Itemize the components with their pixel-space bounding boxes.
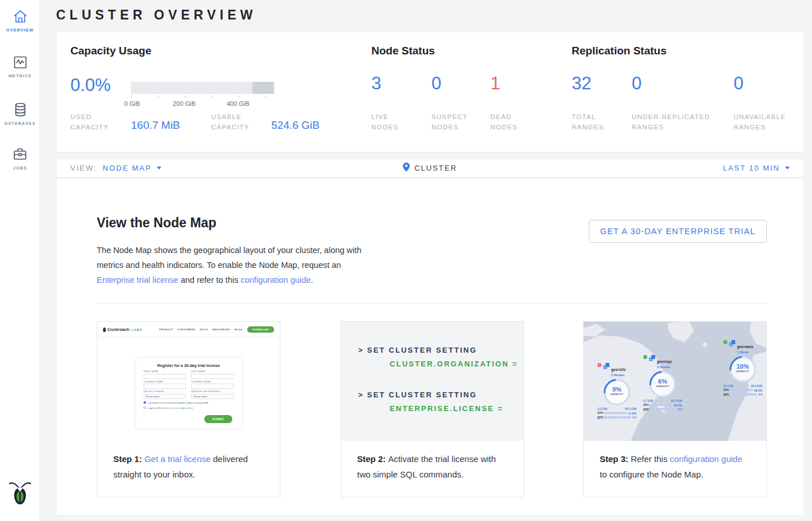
breadcrumb-cluster: CLUSTER xyxy=(414,164,457,172)
under-replicated-ranges-value: 0 xyxy=(632,73,641,94)
map-node-sfo: ! geo=sfo 2 Nodes 9% CAPACITY 3.2 GiB35.… xyxy=(597,363,636,419)
view-bar: VIEW: NODE MAP CLUSTER LAST 10 MIN xyxy=(56,159,804,177)
nav-resources: RESOURCES xyxy=(212,328,230,331)
step1-caption: Step 1: Get a trial license delivered st… xyxy=(97,441,280,482)
view-selector[interactable]: NODE MAP xyxy=(103,164,161,172)
step2-caption: Step 2: Activate the trial license with … xyxy=(341,441,524,482)
form-field: LAST NAME xyxy=(191,370,234,379)
node-cube-icon xyxy=(649,355,655,361)
location-pin-icon xyxy=(403,163,410,173)
capacity-tick-200: 200 GiB xyxy=(173,100,196,107)
sql-arg-enterprise-license: ENTERPRISE.LICENSE = xyxy=(390,404,503,413)
node-count: 2 Nodes xyxy=(657,365,672,369)
form-field: PROJECT PHASEPlease Select xyxy=(144,390,187,399)
live-nodes-value: 3 xyxy=(371,73,381,94)
sql-commands-block: > SET CLUSTER SETTING CLUSTER.ORGANIZATI… xyxy=(341,322,524,441)
sql-arg-cluster-organization: CLUSTER.ORGANIZATION = xyxy=(390,360,518,368)
home-icon xyxy=(0,9,40,24)
chevron-down-icon xyxy=(785,167,790,169)
description-line2: metrics and health indicators. To enable… xyxy=(97,258,366,273)
sidebar-item-label: DATABASES xyxy=(0,121,40,126)
under-replicated-ranges-label: UNDER-REPLICATED RANGES xyxy=(632,112,726,132)
sql-command: SET CLUSTER SETTING xyxy=(367,346,477,354)
form-field: FIRST NAME xyxy=(144,370,187,379)
node-status-title: Node Status xyxy=(371,45,435,57)
form-title: Register for a 30-day trial license xyxy=(136,364,241,368)
step3-text-pre: Refer this xyxy=(631,454,670,464)
node-cube-icon xyxy=(603,363,609,369)
locality-name: geo=ams xyxy=(737,345,753,349)
configuration-guide-link[interactable]: configuration guide xyxy=(670,454,743,464)
locality-name: geo=nyc xyxy=(657,360,672,364)
metrics-icon xyxy=(0,55,40,70)
replication-status-title: Replication Status xyxy=(572,45,667,57)
sidebar-item-label: METRICS xyxy=(0,73,40,78)
sidebar: OVERVIEW METRICS DATABASES xyxy=(0,0,40,521)
step1-card: Cockroach LABS PRODUCT CUSTOMERS DOCS RE… xyxy=(97,321,280,498)
registration-site-thumbnail: Cockroach LABS PRODUCT CUSTOMERS DOCS RE… xyxy=(97,322,280,441)
step3-caption: Step 3: Refer this configuration guide t… xyxy=(584,441,766,482)
step3-text: to configure the Node Map. xyxy=(600,469,703,479)
sql-prompt: > xyxy=(358,390,364,399)
enterprise-trial-license-link[interactable]: Enterprise trial license xyxy=(97,275,179,285)
trial-registration-form: Register for a 30-day trial license FIRS… xyxy=(136,358,241,428)
chevron-down-icon xyxy=(157,167,161,169)
description-line1: The Node Map shows the geographical layo… xyxy=(97,243,366,258)
total-ranges-label: TOTAL RANGES xyxy=(572,112,617,132)
usable-capacity-label: USABLE CAPACITY xyxy=(211,112,263,132)
cockroachdb-logo xyxy=(0,480,40,508)
live-status-icon: ✓ xyxy=(723,340,727,344)
unavailable-ranges-value: 0 xyxy=(734,73,743,94)
capacity-gauge: 6% CAPACITY xyxy=(649,371,676,397)
sql-prompt: > xyxy=(358,346,364,354)
capacity-bar xyxy=(131,82,274,94)
capacity-bar-reserved-segment xyxy=(252,82,274,94)
capacity-gauge: 9% CAPACITY xyxy=(604,379,630,405)
node-map-thumbnail: ! geo=sfo 2 Nodes 9% CAPACITY 3.2 GiB35.… xyxy=(584,322,766,441)
software-license-link: Software License Agreement. xyxy=(163,406,194,409)
step2-card: > SET CLUSTER SETTING CLUSTER.ORGANIZATI… xyxy=(340,321,524,498)
sidebar-item-overview[interactable]: OVERVIEW xyxy=(0,9,40,33)
step3-card: ! geo=sfo 2 Nodes 9% CAPACITY 3.2 GiB35.… xyxy=(583,321,767,498)
get-trial-license-link[interactable]: Get a trial license xyxy=(144,454,211,464)
form-field: COMPANY EMAIL xyxy=(191,381,234,389)
sidebar-item-databases[interactable]: DATABASES xyxy=(0,102,40,126)
capacity-tick-0: 0 GiB xyxy=(124,100,140,107)
unavailable-ranges-label: UNAVAILABLE RANGES xyxy=(734,112,797,132)
suspect-nodes-value: 0 xyxy=(431,73,441,94)
logo-suffix: LABS xyxy=(132,328,142,331)
mini-site-header: Cockroach LABS PRODUCT CUSTOMERS DOCS RE… xyxy=(97,322,280,337)
step3-label: Step 3: xyxy=(600,454,631,464)
sidebar-item-label: OVERVIEW xyxy=(0,27,40,33)
panel-heading: View the Node Map xyxy=(97,215,216,231)
databases-icon xyxy=(0,102,40,117)
node-count: 1 Node xyxy=(737,350,753,354)
email-updates-checkbox-row: I would like to receive email updates ab… xyxy=(144,401,241,404)
sidebar-item-label: JOBS xyxy=(0,165,40,171)
view-label: VIEW: xyxy=(70,164,97,172)
live-nodes-label: LIVE NODES xyxy=(371,112,414,132)
nav-blog: BLOG xyxy=(235,328,243,331)
cluster-summary-card: Capacity Usage 0.0% 0 GiB 200 GiB 400 Gi… xyxy=(56,31,804,152)
time-range-selector[interactable]: LAST 10 MIN xyxy=(563,164,803,172)
enterprise-trial-button[interactable]: GET A 30-DAY ENTERPRISE TRIAL xyxy=(589,220,767,243)
sidebar-item-jobs[interactable]: JOBS xyxy=(0,147,40,171)
nav-docs: DOCS xyxy=(200,328,208,331)
sidebar-item-metrics[interactable]: METRICS xyxy=(0,55,40,78)
configuration-guide-link[interactable]: configuration guide xyxy=(240,275,311,285)
mini-site-nav: PRODUCT CUSTOMERS DOCS RESOURCES BLOG DO… xyxy=(159,326,274,333)
logo-text: Cockroach xyxy=(108,327,130,332)
map-node-nyc: ✓ geo=nyc 2 Nodes 6% CAPACITY 3.7 GiB43.… xyxy=(643,355,682,411)
capacity-axis-ticks xyxy=(131,95,274,98)
cockroach-labs-logo: Cockroach LABS xyxy=(103,327,142,332)
page-title: CLUSTER OVERVIEW xyxy=(56,7,257,23)
used-capacity-value: 160.7 MiB xyxy=(131,119,180,132)
download-button: DOWNLOAD xyxy=(247,326,274,333)
submit-button: SUBMIT xyxy=(204,415,232,423)
checkbox-label: I would like to receive email updates ab… xyxy=(148,401,209,404)
usable-capacity-value: 524.6 GiB xyxy=(271,119,320,132)
description-end: . xyxy=(311,275,313,285)
locality-name: geo=sfo xyxy=(611,368,625,372)
dead-nodes-value: 1 xyxy=(490,73,500,94)
dead-status-icon: ! xyxy=(597,363,601,367)
